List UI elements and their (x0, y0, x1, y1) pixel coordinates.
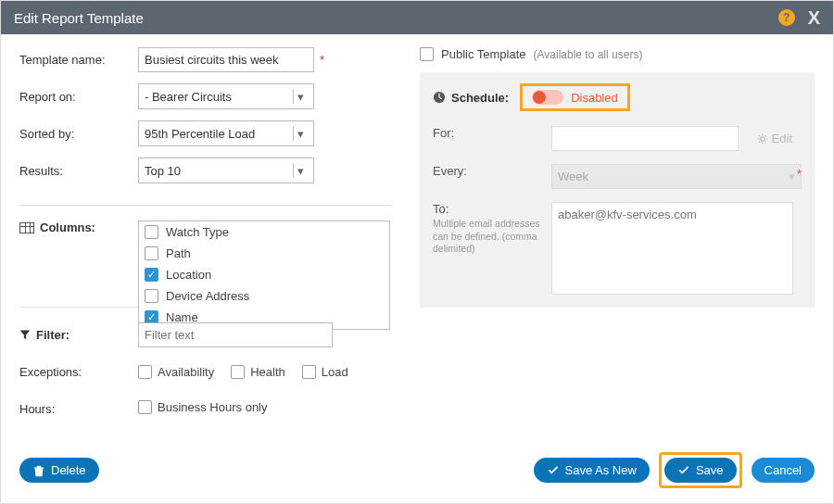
checkbox-icon (302, 365, 316, 379)
right-panel: Public Template (Available to all users)… (420, 47, 815, 434)
gear-icon (757, 133, 768, 145)
sorted-by-label: Sorted by: (19, 127, 138, 141)
schedule-toggle-highlight: Disabled (520, 83, 630, 111)
template-name-label: Template name: (19, 53, 138, 67)
required-marker: * (320, 53, 324, 67)
results-select[interactable]: Top 10 ▾ (138, 158, 314, 183)
cancel-button[interactable]: Cancel (752, 458, 815, 483)
schedule-to-label-group: To: Multiple email addresses can be defi… (433, 202, 542, 256)
columns-item[interactable]: Path (139, 243, 389, 264)
checkbox-icon (138, 365, 152, 379)
template-name-input[interactable] (138, 47, 314, 72)
hours-business-only[interactable]: Business Hours only (138, 400, 268, 414)
delete-button[interactable]: Delete (19, 458, 99, 483)
schedule-for-edit-button: Edit (748, 126, 802, 151)
clock-icon (433, 91, 446, 104)
public-template-sublabel: (Available to all users) (534, 48, 643, 61)
results-label: Results: (19, 164, 138, 178)
footer-bar: Delete Save As New Save Cancel (1, 443, 833, 503)
schedule-every-label: Every: (433, 164, 542, 178)
chevron-down-icon: ▾ (293, 163, 308, 178)
checkbox-icon (145, 289, 158, 303)
svg-point-1 (760, 136, 764, 141)
schedule-to-textarea (551, 202, 793, 295)
close-icon[interactable]: X (808, 8, 820, 27)
columns-item[interactable]: Device Address (139, 285, 389, 307)
schedule-panel: Schedule: Disabled For: Edit (420, 72, 815, 308)
public-template-checkbox[interactable] (420, 47, 434, 61)
report-on-select[interactable]: - Bearer Circuits ▾ (138, 83, 314, 109)
help-icon[interactable]: ? (778, 9, 795, 26)
checkbox-icon (145, 268, 158, 282)
filter-label: Filter: (36, 328, 70, 342)
chevron-down-icon: ▾ (293, 89, 308, 104)
public-template-label: Public Template (441, 47, 526, 61)
columns-listbox[interactable]: Watch TypePathLocationDevice AddressName (138, 220, 390, 330)
results-value: Top 10 (145, 164, 181, 178)
columns-item[interactable]: Watch Type (139, 221, 389, 243)
hours-label: Hours: (19, 402, 138, 416)
filter-input[interactable] (138, 322, 333, 347)
chevron-down-icon: ▾ (789, 170, 795, 183)
schedule-toggle[interactable] (532, 90, 563, 105)
exception-availability[interactable]: Availability (138, 365, 214, 379)
schedule-every-select: Week ▾ (551, 164, 802, 189)
save-button[interactable]: Save (664, 458, 737, 483)
filter-icon (19, 329, 31, 340)
columns-item-label: Watch Type (166, 225, 229, 239)
save-as-new-button[interactable]: Save As New (534, 458, 650, 483)
schedule-label: Schedule: (451, 91, 509, 105)
chevron-down-icon: ▾ (293, 126, 308, 141)
exception-load[interactable]: Load (302, 365, 348, 379)
checkbox-icon (145, 246, 158, 260)
schedule-to-sublabel: Multiple email addresses can be defined.… (433, 218, 542, 256)
title-bar: Edit Report Template ? X (1, 1, 833, 34)
checkbox-icon (138, 400, 152, 414)
schedule-for-label: For: (433, 126, 542, 140)
save-button-highlight: Save (659, 452, 742, 488)
left-panel: Template name: * Report on: - Bearer Cir… (19, 47, 390, 434)
sorted-by-select[interactable]: 95th Percentile Load ▾ (138, 120, 314, 146)
sorted-by-value: 95th Percentile Load (145, 127, 255, 141)
columns-item-label: Device Address (166, 289, 249, 303)
check-icon (547, 464, 560, 477)
trash-icon (32, 464, 45, 477)
table-icon (19, 222, 34, 233)
columns-label-group: Columns: (19, 220, 138, 234)
filter-label-group: Filter: (19, 328, 138, 342)
exceptions-label: Exceptions: (19, 365, 138, 379)
columns-item[interactable]: Location (139, 264, 389, 285)
schedule-toggle-state: Disabled (571, 91, 618, 105)
report-on-value: - Bearer Circuits (145, 90, 232, 104)
schedule-for-input (551, 126, 739, 151)
checkbox-icon (231, 365, 245, 379)
required-marker: * (797, 167, 802, 181)
report-on-label: Report on: (19, 90, 138, 104)
exception-health[interactable]: Health (231, 365, 285, 379)
toggle-knob (533, 91, 546, 104)
window-title: Edit Report Template (14, 10, 144, 26)
check-icon (677, 464, 690, 477)
columns-item-label: Location (166, 268, 211, 282)
checkbox-icon (145, 225, 158, 239)
columns-item-label: Path (166, 246, 191, 260)
columns-label: Columns: (40, 220, 95, 234)
